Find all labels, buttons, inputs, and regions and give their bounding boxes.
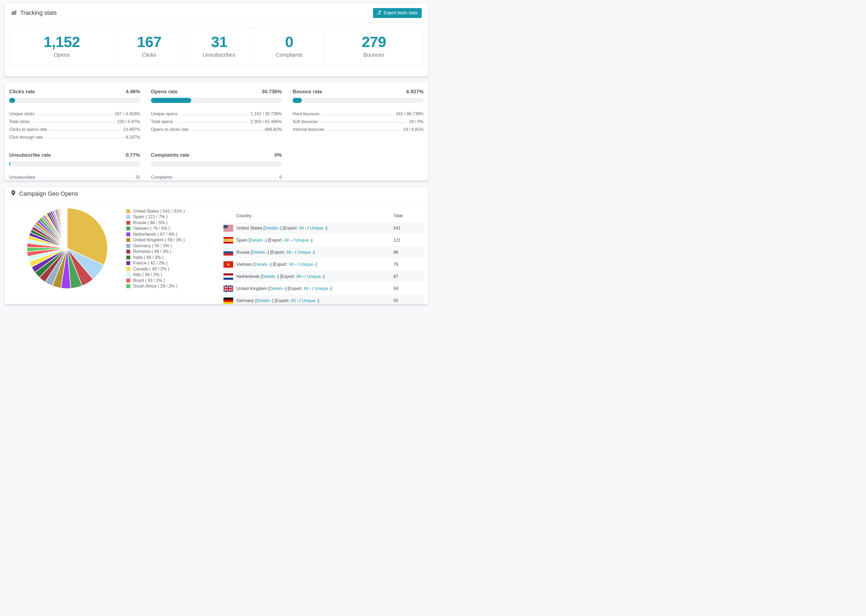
export-unique-link[interactable]: Unique › xyxy=(315,286,331,291)
details-link[interactable]: Details › xyxy=(265,226,280,231)
legend-label: Brazil ( 33 / 2% ) xyxy=(133,278,165,283)
rate-detail-value: 167 / 4.456% xyxy=(115,112,140,116)
pie-slice[interactable] xyxy=(67,208,67,248)
export-all-link[interactable]: All › xyxy=(286,250,294,255)
export-unique-link[interactable]: Unique › xyxy=(302,298,318,303)
rate-detail-label: Complaints xyxy=(151,175,172,180)
rate-progress-track xyxy=(9,161,140,167)
bracket: ] [Export: xyxy=(280,226,299,231)
map-pin-icon xyxy=(11,190,16,198)
rate-detail-label: Internal bounces xyxy=(293,127,324,132)
export-basic-stats-button[interactable]: Export basic stats xyxy=(373,8,422,18)
dotted-leader xyxy=(191,130,263,130)
legend-swatch xyxy=(126,244,131,248)
details-link[interactable]: Details › xyxy=(262,274,278,279)
geo-table-cell-total: 121 xyxy=(394,238,425,243)
details-link[interactable]: Details › xyxy=(252,250,268,255)
export-all-link[interactable]: All › xyxy=(299,226,306,231)
legend-swatch xyxy=(126,215,131,219)
dotted-leader xyxy=(45,138,123,138)
legend-swatch xyxy=(126,232,131,237)
rate-detail-row: Total opens2,303 / 61.446% xyxy=(151,116,282,124)
summary-stat-unsubscribes: 31Unsubscribes xyxy=(184,27,254,65)
legend-item-russia[interactable]: Russia ( 86 / 5% ) xyxy=(126,220,185,226)
dotted-leader xyxy=(320,122,406,123)
rate-section-unsubscribe-rate: Unsubscribe rate0.77%Unsubscribes31 xyxy=(9,149,140,180)
geo-opens-title: Campaign Geo Opens xyxy=(11,190,78,198)
legend-item-india[interactable]: India ( 46 / 3% ) xyxy=(126,255,185,261)
details-link[interactable]: Details › xyxy=(257,298,272,303)
rate-detail-label: Soft bounces xyxy=(293,119,318,124)
rate-section-head: Unsubscribe rate0.77% xyxy=(9,152,140,158)
rate-title: Clicks rate xyxy=(9,89,35,94)
legend-item-vietnam[interactable]: Vietnam ( 79 / 5% ) xyxy=(126,226,185,232)
rate-detail-value: 14.497% xyxy=(123,127,140,132)
geo-table-row-us: United States [Details ›] [Export: All ›… xyxy=(222,222,425,234)
export-unique-link[interactable]: Unique › xyxy=(307,274,323,279)
export-unique-link[interactable]: Unique › xyxy=(310,226,326,231)
rate-detail-row: Click through rate4.147% xyxy=(9,132,140,140)
bracket: ] xyxy=(326,226,327,231)
rate-value: 30.736% xyxy=(262,89,282,94)
legend-label: Romania ( 49 / 3% ) xyxy=(133,249,171,254)
rate-detail-rows: Unsubscribes31 xyxy=(9,172,140,180)
country-name: Russia xyxy=(236,250,250,255)
details-link[interactable]: Details › xyxy=(250,238,266,243)
export-unique-link[interactable]: Unique › xyxy=(295,238,311,243)
legend-item-spain[interactable]: Spain ( 121 / 7% ) xyxy=(126,214,185,220)
slash-separator: / xyxy=(291,238,295,243)
rate-detail-value: 1,152 / 30.736% xyxy=(250,112,282,116)
details-link[interactable]: Details › xyxy=(269,286,285,291)
legend-item-italy[interactable]: Italy ( 36 / 2% ) xyxy=(126,272,185,278)
export-icon xyxy=(377,10,381,16)
geo-opens-pie-chart xyxy=(25,206,109,291)
export-all-link[interactable]: All › xyxy=(296,274,304,279)
rate-value: 0.77% xyxy=(126,152,140,158)
bar-chart-icon xyxy=(11,9,17,17)
rates-grid: Clicks rate4.46%Unique clicks167 / 4.456… xyxy=(5,82,428,184)
export-all-link[interactable]: All › xyxy=(284,238,291,243)
legend-label: United Kingdom ( 59 / 3% ) xyxy=(133,237,185,242)
export-all-link[interactable]: All › xyxy=(288,262,296,267)
bracket: ] [Export: xyxy=(278,274,296,279)
export-unique-link[interactable]: Unique › xyxy=(297,250,313,255)
legend-item-romania[interactable]: Romania ( 49 / 3% ) xyxy=(126,249,185,255)
legend-item-south-africa[interactable]: South Africa ( 29 / 2% ) xyxy=(126,284,185,289)
rate-detail-label: Unique clicks xyxy=(9,112,35,116)
bracket: [ xyxy=(262,226,265,231)
export-all-link[interactable]: All › xyxy=(304,286,311,291)
geo-table-row-gb: United Kingdom [Details ›] [Export: All … xyxy=(222,283,425,295)
details-link[interactable]: Details › xyxy=(254,262,270,267)
bracket: [ xyxy=(252,262,254,267)
rate-detail-row: Unique opens1,152 / 30.736% xyxy=(151,108,282,116)
rate-value: 0% xyxy=(275,152,282,158)
legend-item-france[interactable]: France ( 42 / 2% ) xyxy=(126,261,185,266)
legend-item-germany[interactable]: Germany ( 55 / 3% ) xyxy=(126,243,185,249)
ru-flag-icon xyxy=(224,249,233,256)
rate-section-clicks-rate: Clicks rate4.46%Unique clicks167 / 4.456… xyxy=(9,86,140,140)
legend-item-netherlands[interactable]: Netherlands ( 67 / 4% ) xyxy=(126,231,185,237)
export-all-link[interactable]: All › xyxy=(291,298,298,303)
rate-detail-rows: Hard bounces242 / 86.738%Soft bounces18 … xyxy=(293,108,424,132)
legend-label: France ( 42 / 2% ) xyxy=(133,261,168,266)
geo-table-row-de: Germany [Details ›] [Export: All › / Uni… xyxy=(222,295,425,304)
export-unique-link[interactable]: Unique › xyxy=(299,262,316,267)
country-name: Spain xyxy=(236,238,247,243)
legend-swatch xyxy=(126,238,131,242)
legend-item-canada[interactable]: Canada ( 40 / 2% ) xyxy=(126,266,185,272)
dotted-leader xyxy=(49,130,121,130)
legend-item-united-kingdom[interactable]: United Kingdom ( 59 / 3% ) xyxy=(126,237,185,243)
geo-table-cell-country: United States [Details ›] [Export: All ›… xyxy=(222,225,394,231)
legend-item-united-states[interactable]: United States ( 541 / 31% ) xyxy=(126,208,185,214)
dotted-leader xyxy=(180,115,248,115)
slash-separator: / xyxy=(296,262,299,267)
legend-item-brazil[interactable]: Brazil ( 33 / 2% ) xyxy=(126,278,185,284)
legend-label: Canada ( 40 / 2% ) xyxy=(133,267,169,272)
rate-title: Bounce rate xyxy=(293,89,322,94)
bracket: ] [Export: xyxy=(268,250,286,255)
rate-progress-track xyxy=(9,98,140,103)
bracket: ] xyxy=(311,238,312,243)
summary-stat-label: Opens xyxy=(54,52,70,58)
legend-swatch xyxy=(126,261,131,265)
dotted-leader xyxy=(37,115,112,115)
